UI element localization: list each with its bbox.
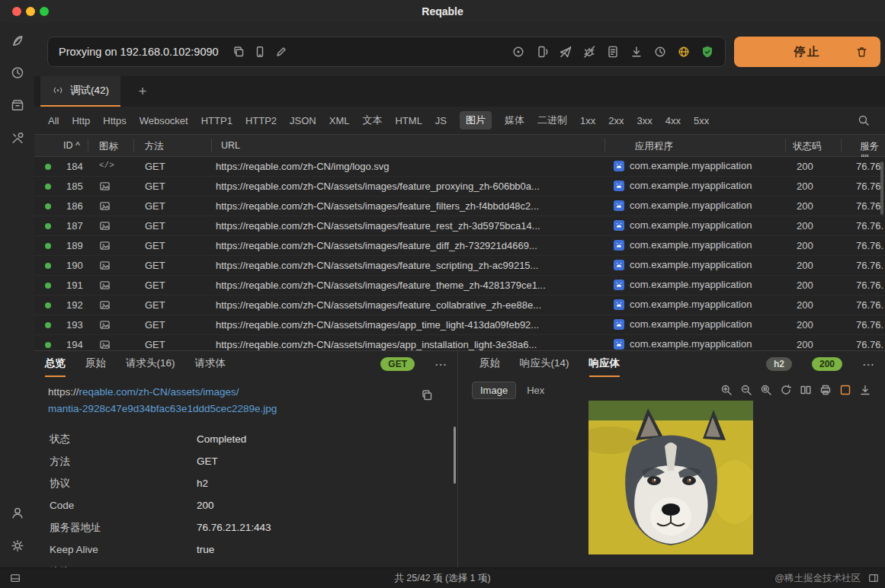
mirror-icon[interactable] <box>800 384 812 396</box>
table-row[interactable]: 194 GET https://reqable.com/zh-CN/assets… <box>34 335 885 350</box>
filter-2xx[interactable]: 2xx <box>608 115 624 126</box>
column-app[interactable]: 应用程序 <box>635 140 673 153</box>
target-icon[interactable] <box>511 45 525 59</box>
copy-url-icon[interactable] <box>421 389 433 401</box>
column-divider[interactable] <box>604 139 605 152</box>
history-icon[interactable] <box>10 66 24 80</box>
column-divider[interactable] <box>211 139 212 152</box>
column-divider[interactable] <box>133 139 134 152</box>
history-clock-icon[interactable] <box>653 45 667 59</box>
filter-xml[interactable]: XML <box>329 115 350 126</box>
filter-binary[interactable]: 二进制 <box>537 113 567 127</box>
proxy-address-bar[interactable]: Proxying on 192.168.0.102:9090 <box>47 37 726 67</box>
table-row[interactable]: 190 GET https://reqable.com/zh-CN/assets… <box>34 256 885 276</box>
zoom-reset-icon[interactable] <box>760 384 772 396</box>
cell-url: https://reqable.com/zh-CN/assets/images/… <box>216 200 601 212</box>
table-row[interactable]: 186 GET https://reqable.com/zh-CN/assets… <box>34 197 885 216</box>
image-icon <box>99 299 111 311</box>
column-method[interactable]: 方法 <box>145 140 164 153</box>
script-file-icon[interactable] <box>606 45 620 59</box>
rotate-icon[interactable] <box>780 384 792 396</box>
device-proxy-icon[interactable] <box>535 45 549 59</box>
table-row[interactable]: 192 GET https://reqable.com/zh-CN/assets… <box>34 296 885 315</box>
save-icon[interactable] <box>859 384 871 396</box>
column-status[interactable]: 状态码 <box>793 140 822 153</box>
zoom-in-icon[interactable] <box>720 384 733 396</box>
collection-box-icon[interactable] <box>10 98 24 113</box>
edit-pencil-icon[interactable] <box>275 46 287 58</box>
tab-request-headers[interactable]: 请求头(16) <box>126 351 175 377</box>
filter-https[interactable]: Https <box>103 115 126 126</box>
column-divider[interactable] <box>88 139 88 152</box>
table-row[interactable]: 193 GET https://reqable.com/zh-CN/assets… <box>34 315 885 335</box>
tab-debug[interactable]: 调试(42) <box>40 76 120 107</box>
url-file[interactable]: mantia-2928c47e9d34bfac63e1ddd5cec2289e.… <box>48 403 277 414</box>
filter-5xx[interactable]: 5xx <box>694 115 709 126</box>
filter-1xx[interactable]: 1xx <box>580 115 595 126</box>
mobile-device-icon[interactable] <box>254 46 266 58</box>
table-row[interactable]: 185 GET https://reqable.com/zh-CN/assets… <box>34 177 885 197</box>
stop-button[interactable]: 停止 <box>734 37 880 67</box>
tab-response-raw[interactable]: 原始 <box>479 351 500 377</box>
filter-http[interactable]: Http <box>72 115 90 126</box>
cell-status: 200 <box>797 280 813 291</box>
tab-request-body[interactable]: 请求体 <box>195 351 226 377</box>
console-panel-icon[interactable] <box>9 572 21 584</box>
filter-websocket[interactable]: Websocket <box>139 115 188 126</box>
filter-js[interactable]: JS <box>435 115 447 126</box>
trash-icon[interactable] <box>855 46 868 59</box>
panel-right-icon[interactable] <box>867 572 880 584</box>
download-icon[interactable] <box>630 45 643 59</box>
filter-html[interactable]: HTML <box>395 115 422 126</box>
filter-media[interactable]: 媒体 <box>505 113 524 127</box>
filter-http2[interactable]: HTTP2 <box>245 115 277 126</box>
filter-json[interactable]: JSON <box>290 115 316 126</box>
table-row[interactable]: 191 GET https://reqable.com/zh-CN/assets… <box>34 276 885 296</box>
filter-http1[interactable]: HTTP1 <box>201 115 232 126</box>
hex-mode-button[interactable]: Hex <box>527 385 544 396</box>
response-panel-tabs: 原始 响应头(14) 响应体 h2 200 ⋯ <box>458 351 885 377</box>
tab-raw[interactable]: 原始 <box>85 351 106 377</box>
print-icon[interactable] <box>819 384 832 396</box>
status-dot <box>45 283 51 289</box>
url-host-path[interactable]: reqable.com/zh-CN/assets/images/ <box>79 386 239 398</box>
table-row[interactable]: 189 GET https://reqable.com/zh-CN/assets… <box>34 236 885 256</box>
filter-image-active[interactable]: 图片 <box>460 111 492 129</box>
account-icon[interactable] <box>10 506 24 520</box>
cell-app: com.example.myapplication <box>630 338 752 350</box>
bug-off-icon[interactable] <box>582 45 596 59</box>
filter-text[interactable]: 文本 <box>362 113 382 127</box>
column-url[interactable]: URL <box>221 140 240 151</box>
more-icon[interactable]: ⋯ <box>434 357 447 372</box>
copy-icon[interactable] <box>232 46 245 58</box>
column-divider[interactable] <box>785 139 786 152</box>
search-icon[interactable] <box>858 114 870 126</box>
app-icon <box>614 220 624 231</box>
table-row[interactable]: 187 GET https://reqable.com/zh-CN/assets… <box>34 216 885 236</box>
table-scrollbar[interactable] <box>880 161 883 215</box>
debug-feather-icon[interactable] <box>10 34 24 48</box>
image-mode-button[interactable]: Image <box>472 382 516 399</box>
more-icon[interactable]: ⋯ <box>862 357 874 372</box>
column-divider[interactable] <box>841 139 842 152</box>
response-panel: 原始 响应头(14) 响应体 h2 200 ⋯ Image Hex <box>458 350 885 567</box>
settings-gear-icon[interactable] <box>10 538 24 553</box>
filter-4xx[interactable]: 4xx <box>665 115 681 126</box>
ssl-shield-icon[interactable] <box>701 45 714 59</box>
plane-off-icon[interactable] <box>559 45 572 59</box>
border-frame-icon[interactable] <box>839 384 851 396</box>
tab-response-headers[interactable]: 响应头(14) <box>520 351 569 377</box>
column-id[interactable]: ID ^ <box>63 140 80 151</box>
column-icon[interactable]: 图标 <box>99 140 118 153</box>
table-row[interactable]: 184 </> GET https://reqable.com/zh-CN/im… <box>34 157 885 177</box>
filter-3xx[interactable]: 3xx <box>637 115 653 126</box>
globe-icon[interactable] <box>677 45 691 59</box>
request-panel-scrollbar[interactable] <box>454 427 456 484</box>
new-tab-button[interactable]: + <box>133 82 152 101</box>
toolbox-icon[interactable] <box>10 131 24 145</box>
cell-server: 76.76. <box>856 220 885 232</box>
zoom-out-icon[interactable] <box>740 384 752 396</box>
filter-all[interactable]: All <box>48 115 59 126</box>
tab-overview[interactable]: 总览 <box>45 351 66 377</box>
tab-response-body[interactable]: 响应体 <box>589 351 620 377</box>
